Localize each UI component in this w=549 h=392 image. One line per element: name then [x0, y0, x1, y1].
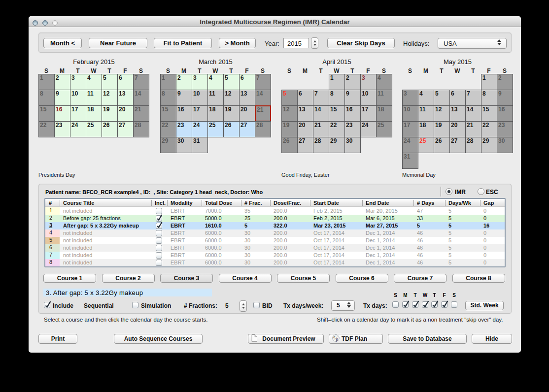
svg-text:β: β — [336, 337, 338, 342]
svg-text:α: α — [333, 335, 335, 339]
